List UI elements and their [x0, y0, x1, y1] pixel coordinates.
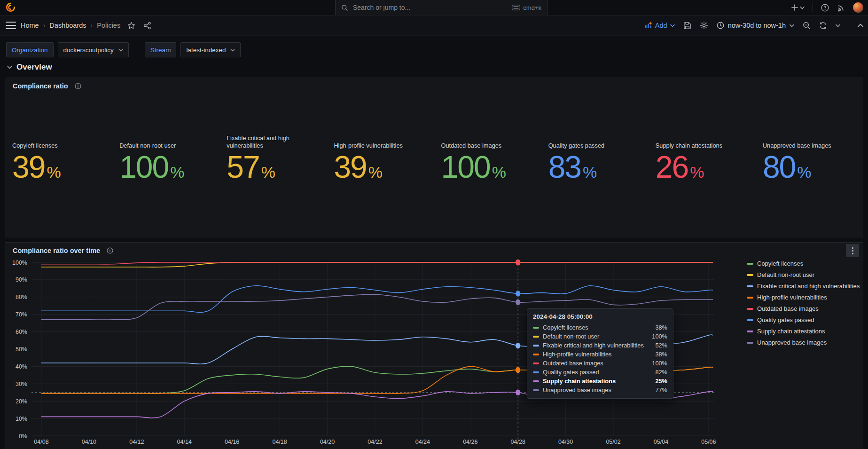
tooltip-swatch	[533, 336, 539, 338]
stat-item: Outdated base images100%	[434, 134, 541, 182]
zoom-out-icon[interactable]	[803, 22, 811, 30]
add-panel-button[interactable]: Add	[644, 22, 675, 29]
hover-point	[516, 389, 520, 395]
y-axis-tick-label: 100%	[12, 260, 27, 266]
series-line	[41, 262, 713, 264]
chevron-down-icon	[790, 24, 794, 27]
global-search[interactable]: cmd+k	[335, 0, 547, 15]
tooltip-row: Outdated base images100%	[533, 359, 667, 368]
save-icon[interactable]	[683, 22, 691, 30]
organization-label[interactable]: Organization	[6, 42, 54, 57]
legend-item[interactable]: High-profile vulnerabilities	[747, 294, 860, 301]
info-icon[interactable]	[75, 83, 81, 89]
y-axis-tick-label: 90%	[16, 276, 27, 283]
tooltip-series-name: Copyleft licenses	[543, 324, 651, 331]
tooltip-row: High-profile vulnerabilities38%	[533, 350, 667, 359]
legend-swatch	[747, 342, 753, 344]
y-axis-tick-label: 40%	[16, 363, 27, 370]
breadcrumb-home[interactable]: Home	[21, 22, 39, 29]
refresh-icon[interactable]	[819, 22, 827, 30]
tooltip-series-name: Quality gates passed	[543, 369, 651, 376]
grafana-logo[interactable]	[6, 2, 16, 12]
legend-swatch	[747, 331, 753, 332]
collapse-chevron-up-icon[interactable]	[858, 24, 863, 27]
stat-value: 83%	[548, 151, 649, 182]
star-icon[interactable]	[127, 22, 135, 30]
stream-label[interactable]: Stream	[145, 42, 177, 57]
dashboard-toolbar: Home › Dashboards › Policies Add	[0, 16, 868, 36]
y-axis-tick-label: 60%	[16, 329, 27, 335]
settings-gear-icon[interactable]	[700, 21, 708, 30]
user-avatar[interactable]	[853, 2, 863, 13]
tooltip-swatch	[533, 371, 539, 373]
tooltip-series-value: 52%	[655, 342, 667, 349]
tooltip-swatch	[533, 345, 539, 347]
y-axis-tick-label: 50%	[16, 346, 27, 353]
breadcrumb-separator: ›	[91, 22, 93, 29]
legend-item[interactable]: Fixable critical and high vulnerabilitie…	[747, 283, 860, 290]
y-axis-tick-label: 30%	[16, 381, 27, 387]
x-axis-tick-label: 04/16	[225, 439, 239, 445]
stat-label: Copyleft licenses	[12, 134, 106, 150]
stat-label: Default non-root user	[119, 134, 213, 150]
refresh-interval-chevron-icon[interactable]	[836, 24, 840, 27]
x-axis-tick-label: 04/26	[463, 439, 477, 445]
mega-menu-icon[interactable]	[6, 22, 16, 29]
stat-value: 100%	[119, 151, 219, 182]
legend-item[interactable]: Supply chain attestations	[747, 328, 860, 335]
tooltip-series-value: 82%	[655, 369, 667, 376]
tooltip-row: Copyleft licenses38%	[533, 323, 667, 332]
news-icon[interactable]	[837, 4, 845, 12]
organization-select[interactable]: dockerscoutpolicy	[58, 42, 129, 57]
chevron-down-icon	[118, 48, 123, 52]
legend-label: Copyleft licenses	[757, 260, 803, 267]
stream-select[interactable]: latest-indexed	[180, 42, 241, 57]
legend-swatch	[747, 263, 753, 265]
chart-tooltip: 2024-04-28 05:00:00 Copyleft licenses38%…	[527, 308, 673, 399]
panel-title: Compliance ratio	[13, 82, 68, 90]
y-axis-tick-label: 70%	[16, 311, 27, 318]
timeseries-plot[interactable]: 0%10%20%30%40%50%60%70%80%90%100%04/0804…	[5, 243, 863, 449]
share-icon[interactable]	[143, 22, 151, 30]
legend-item[interactable]: Unapproved base images	[747, 339, 860, 346]
x-axis-tick-label: 04/18	[272, 439, 287, 445]
tooltip-row: Quality gates passed82%	[533, 368, 667, 377]
tooltip-swatch	[533, 327, 539, 329]
breadcrumb: Home › Dashboards › Policies	[21, 22, 151, 30]
legend-item[interactable]: Copyleft licenses	[747, 260, 860, 267]
legend-swatch	[747, 274, 753, 276]
legend-swatch	[747, 285, 753, 287]
chevron-down-icon	[230, 48, 235, 52]
tooltip-series-value: 38%	[655, 351, 667, 358]
tooltip-series-value: 38%	[655, 324, 667, 331]
help-icon[interactable]	[821, 4, 829, 12]
stat-label: Unapproved base images	[763, 134, 857, 150]
legend-item[interactable]: Quality gates passed	[747, 316, 860, 323]
add-panel-label: Add	[655, 22, 667, 29]
tooltip-swatch	[533, 389, 539, 391]
tooltip-series-value: 100%	[652, 360, 667, 367]
y-axis-tick-label: 80%	[16, 294, 27, 300]
tooltip-row: Default non-root user100%	[533, 332, 667, 341]
panel-header[interactable]: Compliance ratio	[5, 78, 863, 94]
new-menu-button[interactable]	[791, 4, 805, 11]
stat-value: 100%	[441, 151, 541, 182]
tooltip-swatch	[533, 380, 539, 382]
breadcrumb-dashboards[interactable]: Dashboards	[49, 22, 86, 29]
row-overview[interactable]: Overview	[7, 63, 52, 72]
chevron-down-icon	[670, 24, 675, 27]
legend-swatch	[747, 319, 753, 321]
x-axis-tick-label: 05/06	[701, 439, 716, 445]
legend-item[interactable]: Outdated base images	[747, 305, 860, 312]
tooltip-swatch	[533, 362, 539, 364]
x-axis-tick-label: 04/22	[368, 439, 382, 445]
hover-point	[516, 343, 520, 349]
search-input[interactable]	[352, 3, 508, 12]
legend-item[interactable]: Default non-root user	[747, 271, 860, 278]
tooltip-series-value: 77%	[655, 386, 667, 394]
x-axis-tick-label: 04/08	[34, 439, 48, 445]
stat-label: Outdated base images	[441, 134, 535, 150]
search-shortcut-label: cmd+k	[523, 4, 541, 11]
time-range-picker[interactable]: now-30d to now-1h	[717, 22, 794, 29]
stat-label: High-profile vulnerabilities	[334, 134, 428, 150]
